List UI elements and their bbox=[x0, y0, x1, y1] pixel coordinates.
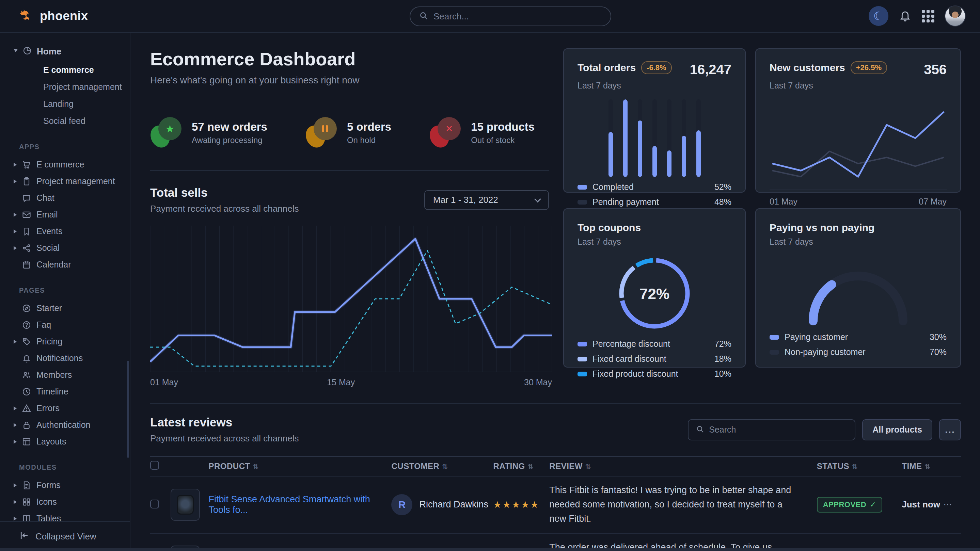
sidebar-item-label: Layouts bbox=[37, 437, 67, 446]
sidebar-subitem-social-feed[interactable]: Social feed bbox=[0, 112, 130, 129]
sidebar-item-email[interactable]: Email bbox=[0, 206, 130, 223]
x-axis-label: 15 May bbox=[327, 378, 355, 387]
total-orders-card: Total orders -6.8% 16,247 Last 7 days Co… bbox=[563, 48, 746, 193]
bar-fill bbox=[638, 121, 642, 177]
sidebar-item-notifications[interactable]: Notifications bbox=[0, 350, 130, 367]
reviews-search-input[interactable] bbox=[709, 425, 847, 435]
collapse-icon bbox=[19, 530, 29, 543]
sidebar-item-events[interactable]: Events bbox=[0, 223, 130, 240]
date-range-select[interactable]: Mar 1 - 31, 2022 bbox=[424, 190, 549, 210]
sidebar-item-social[interactable]: Social bbox=[0, 240, 130, 256]
caret-right-icon bbox=[14, 163, 17, 167]
card-title: Paying vs non paying bbox=[770, 222, 875, 233]
legend-label: Fixed product discount bbox=[592, 369, 678, 379]
all-products-button[interactable]: All products bbox=[862, 419, 932, 440]
legend-label: Paying customer bbox=[784, 332, 848, 342]
sidebar-subitem-e-commerce[interactable]: E commerce bbox=[0, 61, 130, 78]
sidebar-item-chat[interactable]: Chat bbox=[0, 190, 130, 206]
row-more-button[interactable]: ⋯ bbox=[943, 499, 953, 510]
sidebar-item-label: Notifications bbox=[37, 353, 83, 363]
x-axis-label: 30 May bbox=[524, 378, 552, 387]
notifications-button[interactable] bbox=[899, 9, 912, 23]
sidebar-subitem-project-management[interactable]: Project management bbox=[0, 78, 130, 95]
theme-toggle-button[interactable]: ☾ bbox=[869, 6, 888, 26]
legend-value: 52% bbox=[714, 182, 732, 192]
column-header-rating[interactable]: RATING⇅ bbox=[493, 456, 550, 476]
legend-swatch bbox=[578, 342, 587, 346]
star-filled-icon: ★ bbox=[493, 500, 503, 510]
x-icon: ✕ bbox=[438, 117, 461, 140]
caret-right-icon bbox=[14, 500, 17, 504]
column-header-review[interactable]: REVIEW⇅ bbox=[549, 456, 816, 476]
sidebar-item-label: E commerce bbox=[37, 160, 84, 170]
sidebar-item-calendar[interactable]: Calendar bbox=[0, 256, 130, 273]
column-header-customer[interactable]: CUSTOMER⇅ bbox=[391, 456, 493, 476]
star-icon: ★ bbox=[158, 117, 181, 140]
brand-name: phoenix bbox=[40, 9, 88, 23]
star-filled-icon: ★ bbox=[530, 500, 539, 510]
legend-value: 30% bbox=[930, 332, 947, 342]
sidebar-scrollbar[interactable] bbox=[127, 361, 129, 458]
search-icon bbox=[419, 11, 428, 21]
sidebar-item-starter[interactable]: Starter bbox=[0, 300, 130, 316]
sidebar-item-label: Email bbox=[37, 210, 58, 219]
sidebar-subitem-landing[interactable]: Landing bbox=[0, 95, 130, 112]
row-checkbox[interactable] bbox=[150, 500, 159, 508]
stat-value: 15 products bbox=[471, 121, 535, 133]
caret-right-icon bbox=[14, 483, 17, 487]
column-header-status[interactable]: STATUS⇅ bbox=[817, 456, 902, 476]
sort-icon: ⇅ bbox=[442, 463, 448, 470]
moon-icon: ☾ bbox=[873, 9, 884, 23]
sidebar-item-layouts[interactable]: Layouts bbox=[0, 433, 130, 450]
sidebar-item-pricing[interactable]: Pricing bbox=[0, 333, 130, 350]
sidebar-item-label: Starter bbox=[37, 303, 62, 313]
sidebar-item-authentication[interactable]: Authentication bbox=[0, 416, 130, 433]
product-link[interactable]: Fitbit Sense Advanced Smartwatch with To… bbox=[209, 494, 370, 515]
sidebar-item-project-management[interactable]: Project management bbox=[0, 173, 130, 190]
rating-stars: ★★★★★ bbox=[493, 500, 540, 510]
total-sells-chart: 01 May15 May30 May bbox=[150, 225, 552, 391]
caret-right-icon bbox=[14, 440, 17, 444]
search-input[interactable] bbox=[433, 11, 602, 22]
select-all-checkbox[interactable] bbox=[150, 461, 159, 470]
column-header-time[interactable]: TIME⇅ bbox=[902, 456, 943, 476]
sidebar-item-label: Social bbox=[37, 243, 60, 253]
stat-awating-processing: ★57 new ordersAwating processing bbox=[150, 116, 267, 149]
x-axis-label: 07 May bbox=[919, 197, 947, 206]
sidebar-item-forms[interactable]: Forms bbox=[0, 477, 130, 494]
legend-swatch bbox=[578, 372, 587, 376]
clock-icon bbox=[22, 387, 31, 397]
brand-logo[interactable]: phoenix bbox=[0, 8, 88, 24]
sidebar-item-e-commerce[interactable]: E commerce bbox=[0, 156, 130, 173]
main-content: Ecommerce Dashboard Here's what's going … bbox=[131, 33, 980, 551]
stat-text: 57 new ordersAwating processing bbox=[192, 121, 267, 145]
column-header-product[interactable]: PRODUCT⇅ bbox=[209, 456, 391, 476]
sidebar-item-label: Pricing bbox=[37, 337, 62, 346]
user-avatar[interactable] bbox=[945, 5, 966, 27]
global-search[interactable] bbox=[410, 6, 611, 26]
row-checkbox-cell bbox=[150, 476, 170, 533]
bar-track bbox=[623, 99, 628, 177]
status-label: APPROVED bbox=[823, 500, 866, 509]
chat-icon bbox=[22, 193, 31, 203]
calendar-icon bbox=[22, 260, 31, 270]
legend-label: Completed bbox=[592, 182, 634, 192]
sidebar-item-faq[interactable]: Faq bbox=[0, 316, 130, 333]
legend-swatch bbox=[770, 350, 779, 355]
sidebar-item-home[interactable]: Home bbox=[0, 44, 130, 59]
sort-icon: ⇅ bbox=[528, 463, 534, 470]
sidebar-item-members[interactable]: Members bbox=[0, 367, 130, 383]
collapsed-view-toggle[interactable]: Collapsed View bbox=[0, 521, 130, 551]
horizontal-scrollbar[interactable] bbox=[0, 548, 980, 551]
bar-track bbox=[667, 99, 671, 177]
more-options-button[interactable]: ... bbox=[939, 419, 961, 440]
apps-menu-button[interactable] bbox=[922, 10, 934, 22]
kpi-cards: Total orders -6.8% 16,247 Last 7 days Co… bbox=[563, 48, 961, 391]
sidebar-item-errors[interactable]: Errors bbox=[0, 400, 130, 416]
sidebar-item-timeline[interactable]: Timeline bbox=[0, 383, 130, 400]
trend-badge: -6.8% bbox=[641, 61, 671, 74]
paying-gauge-chart bbox=[803, 262, 913, 327]
reviews-search[interactable] bbox=[688, 419, 855, 440]
red-blob: ✕ bbox=[430, 116, 462, 149]
sidebar-item-icons[interactable]: Icons bbox=[0, 494, 130, 510]
